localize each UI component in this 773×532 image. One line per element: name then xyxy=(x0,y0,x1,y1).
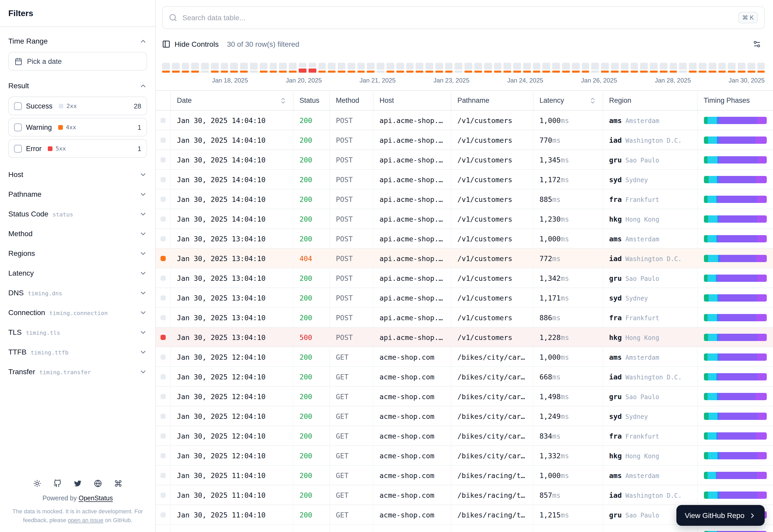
histogram-bar[interactable] xyxy=(338,63,345,73)
histogram-bar[interactable] xyxy=(396,63,404,73)
histogram-bar[interactable] xyxy=(542,63,550,73)
histogram-bar[interactable] xyxy=(464,63,472,73)
table-row[interactable]: Jan 30, 2025 14:04:10 200 POST api.acme-… xyxy=(156,150,773,169)
histogram-bar[interactable] xyxy=(484,63,492,73)
sort-icon[interactable] xyxy=(279,97,287,104)
histogram-bar[interactable] xyxy=(650,63,658,73)
histogram-bar[interactable] xyxy=(348,63,355,73)
col-host[interactable]: Host xyxy=(373,91,451,110)
histogram-bar[interactable] xyxy=(455,63,463,73)
table-row[interactable]: Jan 30, 2025 13:04:10 500 POST api.acme-… xyxy=(156,327,773,347)
col-pathname[interactable]: Pathname xyxy=(451,91,533,110)
table-row[interactable]: Jan 30, 2025 12:04:10 200 GET acme-shop.… xyxy=(156,367,773,386)
histogram-bar[interactable] xyxy=(416,63,424,73)
histogram-bar[interactable] xyxy=(435,63,443,73)
histogram-bar[interactable] xyxy=(738,63,745,73)
table-row[interactable]: Jan 30, 2025 11:04:10 200 GET acme-shop.… xyxy=(156,485,773,505)
result-option[interactable]: Success 2xx 28 xyxy=(8,97,147,115)
histogram-bar[interactable] xyxy=(572,63,580,73)
table-row[interactable]: Jan 30, 2025 12:04:10 200 GET acme-shop.… xyxy=(156,446,773,465)
globe-icon[interactable] xyxy=(94,480,102,487)
histogram-bar[interactable] xyxy=(611,63,619,73)
table-row[interactable]: Jan 30, 2025 13:04:10 200 POST api.acme-… xyxy=(156,288,773,308)
histogram-bar[interactable] xyxy=(377,63,384,73)
histogram-bar[interactable] xyxy=(328,63,336,73)
table-row[interactable]: Jan 30, 2025 13:04:10 200 POST api.acme-… xyxy=(156,268,773,288)
histogram-bar[interactable] xyxy=(250,63,258,73)
histogram-bar[interactable] xyxy=(162,63,170,73)
result-option[interactable]: Error 5xx 1 xyxy=(8,139,147,158)
histogram-bar[interactable] xyxy=(406,63,414,73)
histogram-bar[interactable] xyxy=(318,63,326,73)
command-icon[interactable] xyxy=(114,480,122,487)
histogram-bar[interactable] xyxy=(621,63,628,73)
result-option[interactable]: Warning 4xx 1 xyxy=(8,118,147,137)
github-icon[interactable] xyxy=(53,480,61,487)
col-method[interactable]: Method xyxy=(329,91,373,110)
table-row[interactable]: Jan 30, 2025 14:04:10 200 POST api.acme-… xyxy=(156,169,773,189)
histogram-bar[interactable] xyxy=(640,63,648,73)
histogram-bar[interactable] xyxy=(669,63,677,73)
histogram-bar[interactable] xyxy=(445,63,453,73)
histogram-bar[interactable] xyxy=(221,63,228,73)
filter-section[interactable]: Method xyxy=(8,224,147,243)
table-row[interactable]: Jan 30, 2025 12:04:10 200 GET acme-shop.… xyxy=(156,347,773,367)
table-row[interactable]: Jan 30, 2025 14:04:10 200 POST api.acme-… xyxy=(156,189,773,209)
table-row[interactable]: Jan 30, 2025 12:04:10 200 GET acme-shop.… xyxy=(156,406,773,426)
histogram-bar[interactable] xyxy=(552,63,560,73)
histogram-bar[interactable] xyxy=(299,63,307,73)
open-issue-link[interactable]: open an issue xyxy=(68,517,103,523)
table-row[interactable]: Jan 30, 2025 12:04:10 200 GET acme-shop.… xyxy=(156,386,773,406)
view-github-repo-button[interactable]: View GitHub Repo xyxy=(676,505,765,526)
histogram-bar[interactable] xyxy=(718,63,726,73)
search-input[interactable] xyxy=(182,13,733,22)
view-options-button[interactable] xyxy=(749,36,765,52)
col-status[interactable]: Status xyxy=(293,91,329,110)
filter-section[interactable]: DNS timing.dns xyxy=(8,283,147,303)
filter-section[interactable]: TLS timing.tls xyxy=(8,322,147,342)
histogram-bar[interactable] xyxy=(523,63,531,73)
histogram-bar[interactable] xyxy=(689,63,697,73)
histogram-bar[interactable] xyxy=(748,63,755,73)
openstatus-link[interactable]: OpenStatus xyxy=(78,495,113,502)
histogram-bar[interactable] xyxy=(592,63,599,73)
filter-section[interactable]: Connection timing.connection xyxy=(8,303,147,322)
table-row[interactable]: Jan 30, 2025 13:04:10 404 POST api.acme-… xyxy=(156,248,773,268)
table-row[interactable]: Jan 30, 2025 12:04:10 200 GET acme-shop.… xyxy=(156,426,773,446)
histogram-bar[interactable] xyxy=(533,63,540,73)
histogram-bar[interactable] xyxy=(494,63,501,73)
histogram-bar[interactable] xyxy=(211,63,219,73)
histogram-bar[interactable] xyxy=(728,63,736,73)
filter-section[interactable]: Latency xyxy=(8,263,147,283)
histogram-bar[interactable] xyxy=(425,63,433,73)
checkbox[interactable] xyxy=(14,123,22,131)
histogram-bar[interactable] xyxy=(709,63,716,73)
histogram-bar[interactable] xyxy=(172,63,180,73)
histogram-bar[interactable] xyxy=(260,63,268,73)
twitter-icon[interactable] xyxy=(74,480,81,487)
histogram-bar[interactable] xyxy=(562,63,570,73)
filter-section-result[interactable]: Result xyxy=(8,76,147,96)
histogram-bar[interactable] xyxy=(231,63,238,73)
hide-controls-button[interactable]: Hide Controls xyxy=(162,40,219,48)
table-row[interactable]: Jan 30, 2025 13:04:10 200 POST api.acme-… xyxy=(156,308,773,327)
histogram-bar[interactable] xyxy=(181,63,189,73)
col-date[interactable]: Date xyxy=(170,91,293,110)
histogram-bar[interactable] xyxy=(660,63,668,73)
filter-section[interactable]: Regions xyxy=(8,243,147,263)
histogram-bar[interactable] xyxy=(631,63,638,73)
histogram-bar[interactable] xyxy=(191,63,199,73)
table-row[interactable]: Jan 30, 2025 14:04:10 200 POST api.acme-… xyxy=(156,130,773,150)
histogram-bar[interactable] xyxy=(504,63,511,73)
histogram-bar[interactable] xyxy=(757,63,765,73)
histogram-bar[interactable] xyxy=(279,63,287,73)
histogram-bar[interactable] xyxy=(308,63,316,73)
checkbox[interactable] xyxy=(14,145,22,152)
histogram-bar[interactable] xyxy=(201,63,209,73)
histogram-bar[interactable] xyxy=(269,63,277,73)
histogram-bar[interactable] xyxy=(474,63,482,73)
histogram-bar[interactable] xyxy=(289,63,297,73)
histogram-bar[interactable] xyxy=(367,63,375,73)
histogram-bar[interactable] xyxy=(679,63,687,73)
date-picker-trigger[interactable]: Pick a date xyxy=(8,52,147,71)
